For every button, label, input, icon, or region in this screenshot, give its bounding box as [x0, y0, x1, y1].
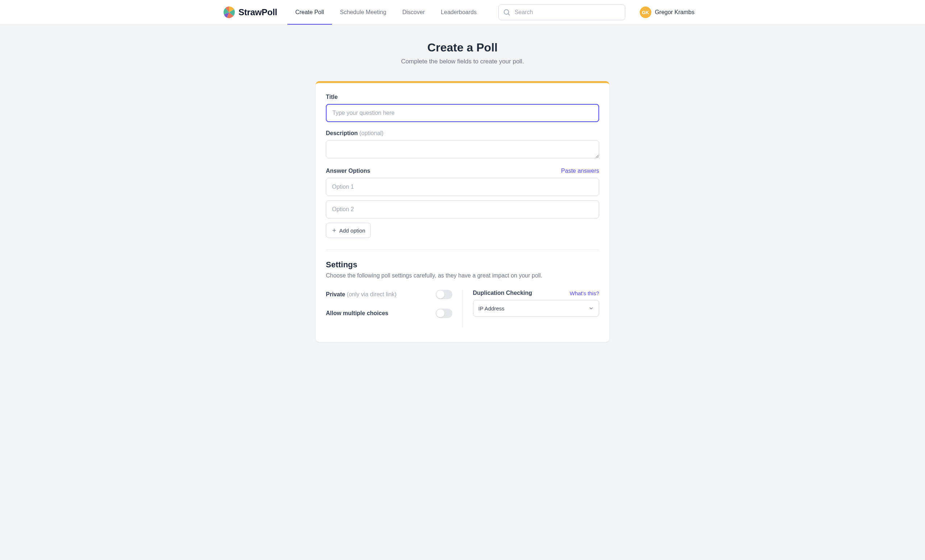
- description-label: Description (optional): [326, 130, 599, 137]
- user-name: Gregor Krambs: [655, 9, 695, 16]
- nav-label: Discover: [402, 9, 425, 16]
- header-inner: StrawPoll Create Poll Schedule Meeting D…: [209, 0, 716, 25]
- logo-icon: [223, 6, 235, 18]
- header: StrawPoll Create Poll Schedule Meeting D…: [0, 0, 925, 25]
- avatar-initials: GK: [642, 10, 649, 15]
- option-1-input[interactable]: [326, 178, 599, 196]
- dup-label: Duplication Checking: [473, 290, 532, 296]
- dup-select-wrap: IP Address: [473, 300, 600, 317]
- settings-title: Settings: [326, 260, 599, 269]
- logo-text: StrawPoll: [238, 7, 277, 17]
- description-textarea[interactable]: [326, 140, 599, 158]
- nav-label: Leaderboards: [441, 9, 477, 16]
- description-optional: (optional): [359, 130, 384, 136]
- nav-label: Schedule Meeting: [340, 9, 386, 16]
- description-label-text: Description: [326, 130, 358, 136]
- description-field: Description (optional): [326, 130, 599, 160]
- logo[interactable]: StrawPoll: [223, 6, 277, 18]
- option-2-input[interactable]: [326, 200, 599, 218]
- svg-point-0: [504, 10, 509, 15]
- options-field: Answer Options Paste answers Add option: [326, 168, 599, 238]
- dup-select[interactable]: IP Address: [473, 300, 600, 317]
- user-menu[interactable]: GK Gregor Krambs: [640, 6, 695, 18]
- paste-answers-link[interactable]: Paste answers: [561, 168, 599, 174]
- title-label: Title: [326, 94, 599, 101]
- private-label-text: Private: [326, 291, 345, 297]
- nav: Create Poll Schedule Meeting Discover Le…: [288, 0, 485, 25]
- private-setting: Private (only via direct link): [326, 290, 452, 299]
- nav-discover[interactable]: Discover: [394, 0, 433, 25]
- settings-left-col: Private (only via direct link) Allow mul…: [326, 290, 462, 327]
- options-label: Answer Options: [326, 168, 371, 174]
- plus-icon: [331, 227, 337, 233]
- nav-label: Create Poll: [295, 9, 324, 16]
- multiple-toggle[interactable]: [436, 309, 452, 318]
- poll-form-card: Title Description (optional) Answer Opti…: [316, 81, 609, 342]
- nav-create-poll[interactable]: Create Poll: [288, 0, 332, 25]
- avatar: GK: [640, 6, 651, 18]
- nav-leaderboards[interactable]: Leaderboards: [433, 0, 485, 25]
- page-title: Create a Poll: [223, 41, 702, 54]
- search-input[interactable]: [499, 5, 625, 20]
- dup-header: Duplication Checking What's this?: [473, 290, 600, 296]
- divider: [326, 249, 599, 250]
- settings-right-col: Duplication Checking What's this? IP Add…: [462, 290, 600, 327]
- multiple-setting: Allow multiple choices: [326, 309, 452, 318]
- multiple-label: Allow multiple choices: [326, 310, 388, 317]
- nav-schedule-meeting[interactable]: Schedule Meeting: [332, 0, 394, 25]
- options-header: Answer Options Paste answers: [326, 168, 599, 174]
- whats-this-link[interactable]: What's this?: [570, 290, 599, 296]
- add-option-button[interactable]: Add option: [326, 223, 371, 238]
- private-hint: (only via direct link): [347, 291, 396, 297]
- search-wrap: [499, 5, 625, 20]
- page-subtitle: Complete the below fields to create your…: [223, 58, 702, 65]
- settings-grid: Private (only via direct link) Allow mul…: [326, 290, 599, 327]
- private-label: Private (only via direct link): [326, 291, 396, 298]
- title-field: Title: [326, 94, 599, 122]
- private-toggle[interactable]: [436, 290, 452, 299]
- page: Create a Poll Complete the below fields …: [209, 25, 716, 364]
- search-icon: [503, 8, 511, 16]
- settings-desc: Choose the following poll settings caref…: [326, 272, 599, 279]
- add-option-label: Add option: [339, 227, 365, 234]
- svg-line-1: [508, 14, 510, 15]
- title-input[interactable]: [326, 104, 599, 122]
